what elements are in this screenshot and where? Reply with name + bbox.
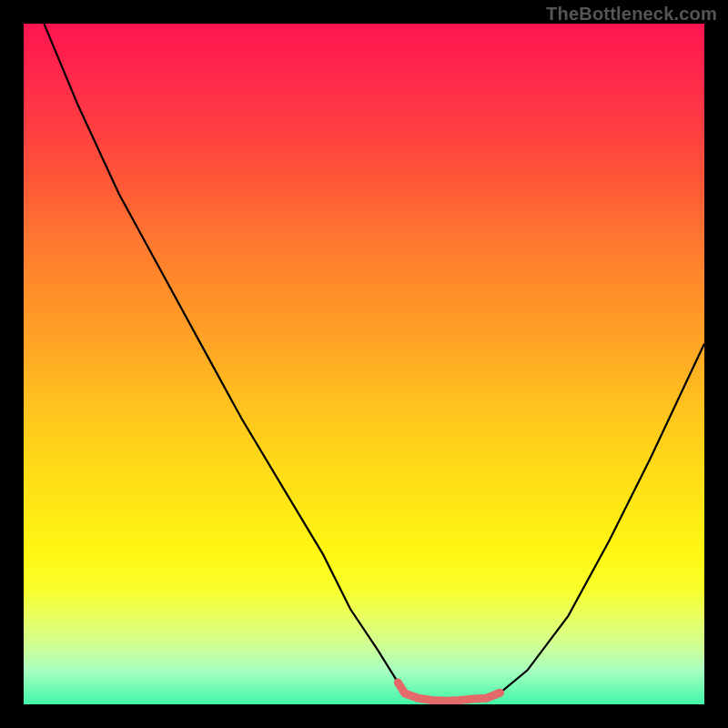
plot-area: [24, 24, 704, 704]
brand-watermark: TheBottleneck.com: [546, 4, 717, 25]
flat-bottom-segment: [398, 682, 500, 701]
chart-svg: [24, 24, 704, 704]
main-curve: [44, 24, 704, 701]
outer-frame: TheBottleneck.com: [0, 0, 728, 728]
